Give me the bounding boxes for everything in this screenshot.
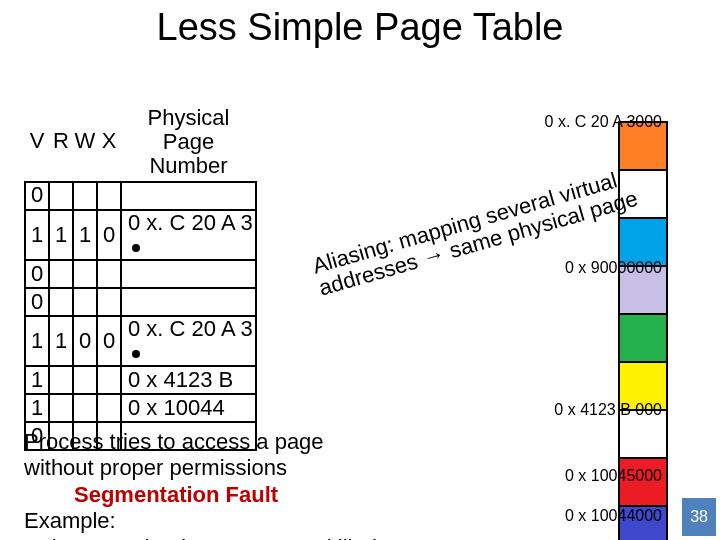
table-row: 10 x 10044: [25, 394, 256, 422]
mem-label-second: 0 x 90000000: [565, 259, 662, 277]
cell-v: 0: [25, 260, 49, 288]
slide-title: Less Simple Page Table: [0, 0, 720, 49]
bottom-line4a: Write to read-only?: [24, 535, 216, 540]
cell-x: 0: [97, 210, 121, 260]
bottom-line2: without proper permissions: [24, 455, 464, 481]
cell-w: [73, 288, 97, 316]
cell-v: 0: [25, 182, 49, 210]
aliasing-annotation: Aliasing: mapping several virtual addres…: [310, 164, 640, 299]
cell-x: 0: [97, 316, 121, 366]
cell-x: [97, 394, 121, 422]
ppn-head-line1: Physical Page: [148, 105, 230, 154]
cell-r: [49, 366, 73, 394]
mem-block-2: [618, 217, 668, 265]
col-header-x: X: [97, 104, 121, 182]
mem-label-fifth: 0 x 10044000: [565, 507, 662, 525]
mem-label-fourth: 0 x 10045000: [565, 467, 662, 485]
cell-x: [97, 288, 121, 316]
table-row: 0: [25, 288, 256, 316]
table-row: 0: [25, 182, 256, 210]
cell-w: [73, 260, 97, 288]
cell-ppn: [121, 288, 256, 316]
cell-ppn: 0 x 10044: [121, 394, 256, 422]
col-header-w: W: [73, 104, 97, 182]
cell-w: 0: [73, 316, 97, 366]
page-table: V R W X Physical Page Number 011100 x. C…: [24, 104, 257, 451]
cell-w: [73, 366, 97, 394]
cell-ppn: 0 x. C 20 A 3: [121, 210, 256, 260]
cell-v: 1: [25, 316, 49, 366]
cell-x: [97, 260, 121, 288]
cell-ppn: 0 x. C 20 A 3: [121, 316, 256, 366]
bottom-line1: Process tries to access a page: [24, 429, 464, 455]
cell-v: 1: [25, 210, 49, 260]
cell-r: [49, 260, 73, 288]
mem-block-4: [618, 313, 668, 361]
table-row: 10 x 4123 B: [25, 366, 256, 394]
cell-r: [49, 394, 73, 422]
col-header-ppn: Physical Page Number: [121, 104, 256, 182]
mem-label-top: 0 x. C 20 A 3000: [545, 113, 662, 131]
bottom-text: Process tries to access a page without p…: [24, 429, 464, 540]
bottom-line3: Example:: [24, 508, 464, 534]
cell-r: 1: [49, 316, 73, 366]
bottom-line4: Write to read-only? → process killed: [24, 535, 464, 540]
cell-x: [97, 366, 121, 394]
cell-w: [73, 182, 97, 210]
cell-ppn: [121, 260, 256, 288]
table-row: 11100 x. C 20 A 3: [25, 210, 256, 260]
table-row: 11000 x. C 20 A 3: [25, 316, 256, 366]
mapping-dot-icon: [132, 350, 140, 358]
cell-v: 0: [25, 288, 49, 316]
cell-v: 1: [25, 366, 49, 394]
cell-w: [73, 394, 97, 422]
cell-r: 1: [49, 210, 73, 260]
table-row: 0: [25, 260, 256, 288]
slide-number: 38: [682, 498, 716, 536]
cell-w: 1: [73, 210, 97, 260]
page-table-body: 011100 x. C 20 A 30011000 x. C 20 A 310 …: [25, 182, 256, 451]
mem-label-third: 0 x 4123 B 000: [554, 401, 662, 419]
segfault-label: Segmentation Fault: [24, 482, 464, 508]
col-header-r: R: [49, 104, 73, 182]
col-header-v: V: [25, 104, 49, 182]
cell-r: [49, 288, 73, 316]
cell-ppn: 0 x 4123 B: [121, 366, 256, 394]
ppn-head-line2: Number: [149, 153, 227, 178]
cell-v: 1: [25, 394, 49, 422]
mapping-dot-icon: [132, 244, 140, 252]
bottom-line4b: → process killed: [216, 535, 377, 540]
cell-x: [97, 182, 121, 210]
cell-r: [49, 182, 73, 210]
cell-ppn: [121, 182, 256, 210]
